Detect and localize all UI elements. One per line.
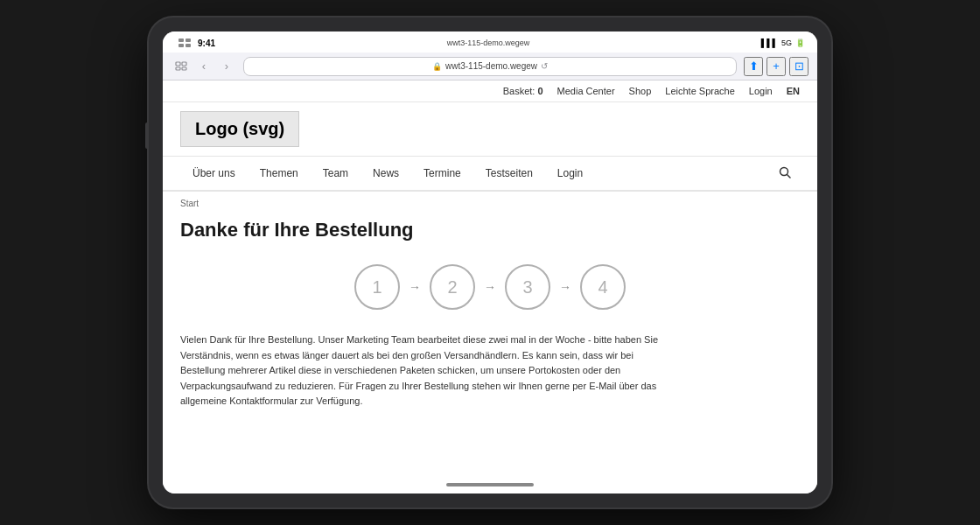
login-utility-link[interactable]: Login — [749, 86, 773, 96]
back-button[interactable]: ‹ — [194, 57, 214, 76]
browser-actions: ⬆ + ⊡ — [744, 57, 808, 76]
status-right: ▌▌▌ 5G 🔋 — [761, 38, 805, 47]
ipad-screen: 9:41 wwt3-115-demo.wegew ▌▌▌ 5G 🔋 — [163, 32, 817, 494]
arrow-1: → — [409, 280, 421, 294]
add-tab-button[interactable]: + — [766, 57, 786, 76]
ipad-frame: 9:41 wwt3-115-demo.wegew ▌▌▌ 5G 🔋 — [149, 18, 831, 508]
basket-count: 0 — [537, 86, 542, 96]
basket-label: Basket: — [503, 86, 536, 96]
step-3: 3 — [505, 264, 550, 310]
side-button — [145, 122, 149, 149]
breadcrumb: Start — [163, 192, 817, 215]
forward-button[interactable]: › — [217, 57, 236, 76]
svg-line-9 — [788, 174, 791, 178]
arrow-3: → — [559, 280, 571, 294]
reload-icon: ↺ — [541, 61, 548, 71]
basket-info: Basket: 0 — [503, 86, 543, 96]
svg-rect-3 — [186, 44, 191, 47]
bookmarks-button[interactable]: ⊡ — [789, 57, 808, 76]
svg-rect-5 — [182, 62, 186, 66]
svg-rect-6 — [176, 67, 180, 70]
page-title: Danke für Ihre Bestellung — [163, 215, 817, 256]
status-time: 9:41 — [198, 38, 215, 48]
lang-switch[interactable]: EN — [787, 86, 800, 96]
signal-type: 5G — [781, 38, 792, 47]
home-indicator — [163, 476, 817, 494]
website-content: Basket: 0 Media Center Shop Leichte Spra… — [163, 80, 817, 476]
svg-rect-1 — [186, 38, 191, 42]
battery-icon: 🔋 — [795, 38, 805, 47]
lock-icon: 🔒 — [432, 62, 442, 71]
leichte-sprache-link[interactable]: Leichte Sprache — [665, 86, 735, 96]
shop-link[interactable]: Shop — [629, 86, 652, 96]
home-bar — [446, 483, 534, 486]
svg-rect-0 — [178, 38, 184, 42]
address-text: wwt3-115-demo.wegew — [445, 61, 537, 71]
arrow-2: → — [484, 280, 496, 294]
utility-bar: Basket: 0 Media Center Shop Leichte Spra… — [163, 80, 817, 102]
svg-rect-2 — [178, 44, 184, 47]
squares-icon — [175, 33, 194, 52]
search-icon[interactable] — [770, 158, 800, 190]
address-bar[interactable]: 🔒 wwt3-115-demo.wegew ↺ — [243, 57, 737, 76]
browser-nav: ‹ › — [172, 57, 236, 76]
share-button[interactable]: ⬆ — [744, 57, 763, 76]
status-left: 9:41 — [175, 33, 215, 52]
site-header: Logo (svg) — [163, 102, 817, 157]
main-nav: Über uns Themen Team News Termine Testse… — [163, 157, 817, 192]
url-text: wwt3-115-demo.wegew — [447, 38, 530, 47]
step-1: 1 — [354, 264, 400, 310]
tab-overview-button[interactable] — [172, 57, 191, 76]
status-bar: 9:41 wwt3-115-demo.wegew ▌▌▌ 5G 🔋 — [163, 32, 817, 52]
nav-login[interactable]: Login — [545, 157, 595, 190]
body-text: Vielen Dank für Ihre Bestellung. Unser M… — [163, 327, 688, 427]
steps-container: 1 → 2 → 3 → 4 — [163, 256, 817, 327]
nav-themen[interactable]: Themen — [248, 157, 311, 190]
nav-news[interactable]: News — [360, 157, 411, 190]
signal-icon: ▌▌▌ — [761, 38, 778, 47]
svg-rect-7 — [182, 67, 186, 70]
logo[interactable]: Logo (svg) — [180, 111, 299, 147]
browser-bar: ‹ › 🔒 wwt3-115-demo.wegew ↺ ⬆ + ⊡ — [163, 52, 817, 80]
media-center-link[interactable]: Media Center — [557, 86, 615, 96]
nav-ueber-uns[interactable]: Über uns — [180, 157, 248, 190]
nav-testseiten[interactable]: Testseiten — [473, 157, 545, 190]
step-2: 2 — [430, 264, 475, 310]
svg-rect-4 — [176, 62, 180, 66]
nav-termine[interactable]: Termine — [411, 157, 473, 190]
step-4: 4 — [580, 264, 626, 310]
url-bar-mini: wwt3-115-demo.wegew — [447, 38, 530, 47]
nav-team[interactable]: Team — [311, 157, 360, 190]
